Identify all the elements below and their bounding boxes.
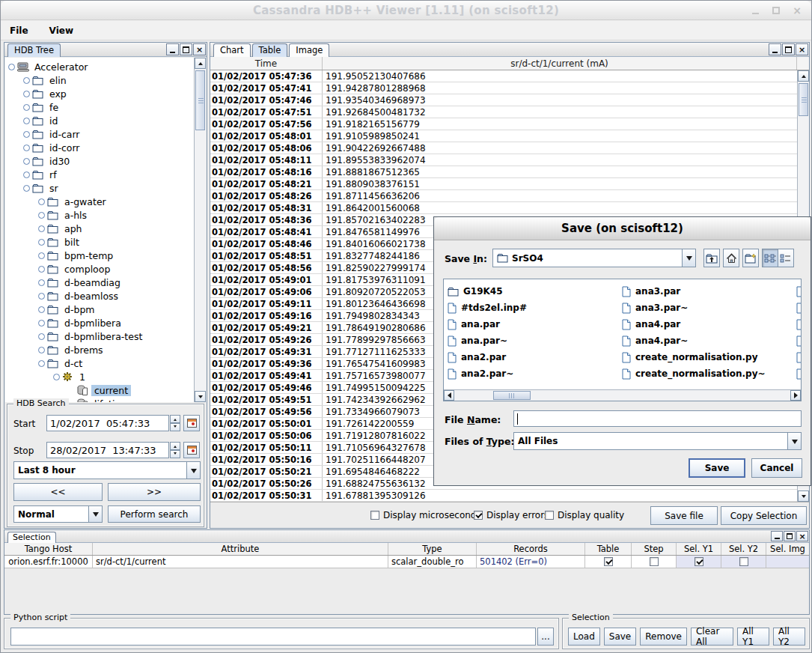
selection-action-button[interactable]: Save [604, 628, 636, 646]
file-item[interactable]: ana4.par~ [622, 332, 796, 349]
combo-arrow-button[interactable] [186, 462, 200, 479]
table-row[interactable]: 01/02/2017 05:48:06 191.90422692667488 [210, 142, 797, 154]
tree-expand-knob[interactable] [35, 320, 47, 326]
list-view-button[interactable] [762, 249, 778, 267]
file-item[interactable]: create_normalisation.py [622, 349, 796, 365]
data-tab[interactable]: Chart [213, 43, 251, 57]
table-row[interactable]: 01/02/2017 05:48:16 191.8881867512365 [210, 166, 797, 178]
new-folder-button[interactable] [742, 249, 759, 267]
frame-close-button[interactable]: × [193, 43, 206, 55]
tree-scrollbar[interactable] [194, 58, 206, 402]
tree-expand-knob[interactable] [35, 293, 47, 300]
tab-hdb-tree[interactable]: HDB Tree [7, 43, 61, 57]
tree-expand-knob[interactable] [35, 360, 47, 367]
table-row[interactable]: 01/02/2017 05:48:21 191.8809038376151 [210, 178, 797, 190]
tree-node[interactable]: id [20, 114, 194, 127]
stop-spinner[interactable] [170, 442, 180, 458]
spin-down-button[interactable] [170, 423, 180, 431]
selection-action-button[interactable]: Remove [640, 628, 687, 646]
tree-node[interactable]: current [65, 383, 194, 397]
file-item[interactable]: ana4.par [622, 316, 796, 332]
sel-img-cell[interactable] [766, 556, 809, 568]
table-row[interactable]: 01/02/2017 05:47:46 191.93540346968973 [210, 94, 797, 106]
file-item[interactable] [796, 332, 802, 349]
table-row[interactable]: 01/02/2017 05:50:31 191.67881395309126 [210, 490, 797, 502]
tree-expand-knob[interactable] [5, 64, 17, 70]
col-sel-img[interactable]: Sel. Img [766, 543, 809, 555]
spin-down-button[interactable] [170, 450, 180, 458]
tree-expand-knob[interactable] [35, 306, 47, 313]
menu-item[interactable]: File [8, 24, 30, 37]
tree-node[interactable]: id30 [20, 154, 194, 168]
save-in-combo[interactable]: SrSO4 [492, 249, 696, 267]
tree-node[interactable]: lifetime [65, 397, 194, 402]
tree-node[interactable]: a-gwater [35, 195, 194, 208]
display-quality-checkbox[interactable]: Display quality [545, 510, 624, 520]
window-maximize-button[interactable] [771, 5, 781, 16]
col-attribute[interactable]: Attribute [93, 543, 388, 555]
table-row[interactable]: 01/02/2017 05:47:51 191.92684500481732 [210, 106, 797, 118]
scrollbar-thumb[interactable] [493, 391, 531, 400]
tree-node[interactable]: d-beamloss [35, 289, 194, 303]
scroll-left-button[interactable] [444, 390, 454, 401]
tree-expand-knob[interactable] [35, 212, 47, 219]
tree-node[interactable]: rf [20, 168, 194, 181]
selection-action-button[interactable]: Load [568, 628, 600, 646]
stop-datetime-input[interactable] [46, 442, 169, 458]
tree-expand-knob[interactable] [50, 374, 62, 380]
sel-y1-checkbox-cell[interactable] [677, 556, 721, 568]
combo-arrow-button[interactable] [88, 506, 102, 522]
tree-expand-knob[interactable] [35, 198, 47, 205]
checkbox-icon[interactable] [604, 557, 613, 566]
tree-node[interactable]: Accelerator [5, 60, 194, 73]
tree-node[interactable]: d-bpm [35, 303, 194, 316]
time-column-header[interactable]: Time [210, 57, 323, 70]
table-row[interactable]: 01/02/2017 05:47:56 191.9182165156779 [210, 118, 797, 130]
tree-node[interactable]: d-ct [35, 356, 194, 370]
spin-up-button[interactable] [170, 442, 180, 450]
tree-node[interactable]: d-bpmlibera [35, 316, 194, 329]
frame-close-button[interactable]: × [796, 43, 808, 55]
tree-node[interactable]: d-beamdiag [35, 276, 194, 289]
sel-y2-checkbox-cell[interactable] [721, 556, 766, 568]
data-tab[interactable]: Image [289, 43, 329, 57]
tree-expand-knob[interactable] [20, 131, 32, 138]
tree-expand-knob[interactable] [35, 225, 47, 232]
frame-maximize-button[interactable] [784, 531, 796, 541]
col-sel-y1[interactable]: Sel. Y1 [677, 543, 721, 555]
col-records[interactable]: Records [477, 543, 585, 555]
display-microseconds-checkbox[interactable]: Display microseconds [370, 510, 481, 520]
tree-node[interactable]: id-corr [20, 141, 194, 154]
combo-arrow-button[interactable] [787, 433, 801, 449]
checkbox-icon[interactable] [474, 511, 483, 520]
tree-expand-knob[interactable] [20, 91, 32, 97]
file-item[interactable] [796, 300, 802, 316]
save-button[interactable]: Save [689, 458, 745, 478]
tree-node[interactable]: comploop [35, 262, 194, 276]
file-name-input[interactable] [513, 410, 802, 427]
file-list[interactable]: G19K45 #tds2el.inp# ana.par ana.par~ [443, 279, 802, 401]
table-row[interactable]: 01/02/2017 05:48:26 191.8711456636206 [210, 190, 797, 202]
col-sel-y2[interactable]: Sel. Y2 [721, 543, 766, 555]
scroll-up-button[interactable] [195, 58, 206, 69]
file-item[interactable]: ana3.par~ [622, 300, 796, 316]
menu-item[interactable]: View [48, 24, 75, 37]
tree-node[interactable]: d-bpmlibera-test [35, 329, 194, 343]
display-errors-checkbox[interactable]: Display errors [474, 510, 549, 520]
tree-node[interactable]: bilt [35, 235, 194, 249]
col-step[interactable]: Step [632, 543, 677, 555]
file-item[interactable] [796, 316, 802, 332]
file-item[interactable]: ana3.par [622, 283, 796, 300]
table-row[interactable]: 01/02/2017 05:48:01 191.9105989850241 [210, 130, 797, 142]
table-row[interactable]: 01/02/2017 05:47:41 191.94287801288968 [210, 82, 797, 94]
tree-node[interactable]: elin [20, 73, 194, 87]
frame-minimize-button[interactable] [771, 531, 783, 541]
tree-expand-knob[interactable] [35, 252, 47, 259]
file-item[interactable]: #tds2el.inp# [448, 300, 622, 316]
save-file-button[interactable]: Save file [650, 506, 718, 525]
scrollbar-thumb[interactable] [195, 70, 205, 130]
perform-search-button[interactable]: Perform search [108, 505, 201, 523]
tree-expand-knob[interactable] [35, 266, 47, 273]
scroll-up-button[interactable] [798, 70, 809, 82]
attribute-column-header[interactable]: sr/d-ct/1/current (mA) [323, 57, 797, 70]
